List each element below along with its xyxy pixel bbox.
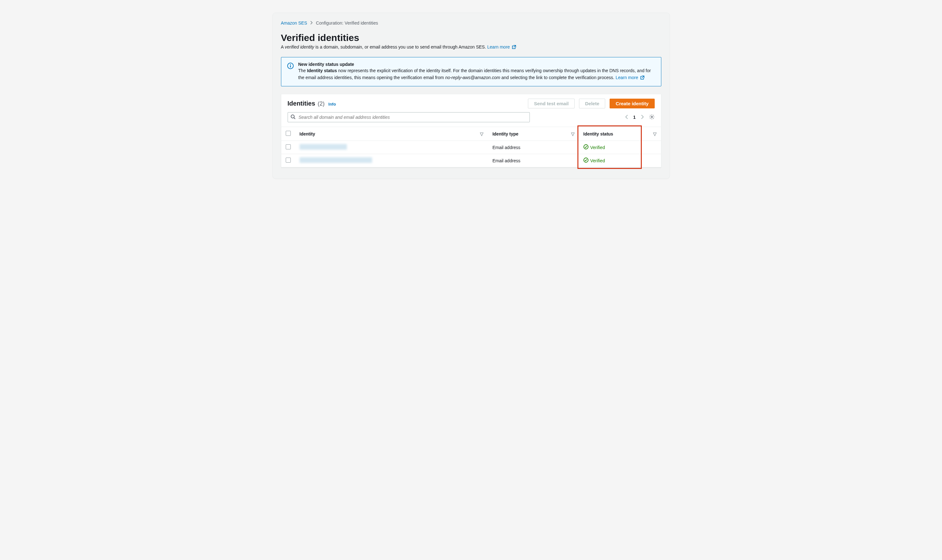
sort-icon: ▽ (571, 131, 575, 137)
check-circle-icon (583, 158, 589, 163)
column-identity[interactable]: Identity ▽ (295, 127, 488, 141)
banner-message: The Identity status now represents the e… (298, 68, 655, 82)
svg-point-1 (290, 64, 291, 65)
sort-icon: ▽ (480, 131, 483, 137)
next-page-button[interactable] (641, 115, 644, 120)
cell-identity-status: Verified (579, 154, 642, 167)
column-identity-status[interactable]: Identity status (579, 127, 642, 141)
row-checkbox[interactable] (286, 158, 291, 163)
cell-identity[interactable] (295, 141, 488, 154)
identities-heading: Identities (288, 100, 315, 107)
breadcrumb: Amazon SES Configuration: Verified ident… (281, 20, 661, 26)
chevron-right-icon (310, 20, 313, 26)
breadcrumb-root-link[interactable]: Amazon SES (281, 20, 307, 26)
redacted-identity (300, 144, 347, 150)
external-link-icon (512, 45, 516, 50)
table-row[interactable]: Email addressVerified (281, 154, 661, 167)
cell-identity-type: Email address (488, 141, 579, 154)
column-identity-type[interactable]: Identity type ▽ (488, 127, 579, 141)
cell-identity-type: Email address (488, 154, 579, 167)
svg-rect-2 (290, 66, 291, 68)
info-link[interactable]: Info (328, 102, 336, 106)
main-panel: Amazon SES Configuration: Verified ident… (273, 12, 670, 179)
banner-learn-more-link[interactable]: Learn more (615, 75, 644, 80)
cell-identity-status: Verified (579, 141, 642, 154)
settings-button[interactable] (649, 114, 655, 121)
prev-page-button[interactable] (625, 115, 628, 120)
page-number: 1 (633, 115, 636, 120)
redacted-identity (300, 157, 372, 163)
identities-card: Identities (2) Info Send test email Dele… (281, 94, 661, 168)
send-test-email-button[interactable]: Send test email (528, 98, 575, 108)
breadcrumb-current: Configuration: Verified identities (316, 20, 378, 26)
create-identity-button[interactable]: Create identity (610, 98, 654, 108)
cell-extra (642, 154, 661, 167)
search-icon (290, 114, 296, 120)
delete-button[interactable]: Delete (579, 98, 605, 108)
page-title: Verified identities (281, 32, 661, 43)
table-row[interactable]: Email addressVerified (281, 141, 661, 154)
search-input[interactable] (288, 112, 530, 122)
banner-title: New identity status update (298, 62, 655, 67)
column-extra[interactable]: ▽ (642, 127, 661, 141)
svg-point-5 (651, 116, 652, 118)
page-subtitle: A verified identity is a domain, subdoma… (281, 45, 661, 50)
cell-identity[interactable] (295, 154, 488, 167)
check-circle-icon (583, 144, 589, 150)
svg-point-3 (291, 115, 294, 118)
select-all-checkbox[interactable] (286, 131, 291, 136)
identities-table: Identity ▽ Identity type ▽ Identity stat… (281, 127, 661, 167)
pagination: 1 (625, 114, 655, 121)
info-icon (287, 65, 294, 70)
row-checkbox[interactable] (286, 144, 291, 149)
sort-icon: ▽ (653, 131, 657, 137)
svg-line-4 (294, 118, 295, 119)
info-banner: New identity status update The Identity … (281, 57, 661, 86)
learn-more-link[interactable]: Learn more (487, 45, 516, 49)
external-link-icon (640, 75, 644, 82)
cell-extra (642, 141, 661, 154)
identities-count: (2) (318, 100, 325, 107)
